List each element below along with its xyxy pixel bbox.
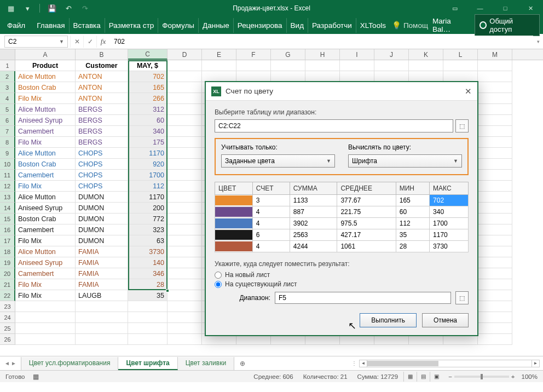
cell[interactable]: [271, 60, 305, 71]
cell[interactable]: [15, 323, 76, 334]
cell[interactable]: [374, 71, 409, 82]
zoom-in-icon[interactable]: +: [511, 373, 515, 380]
cell[interactable]: [478, 82, 512, 93]
row-header[interactable]: 26: [0, 334, 15, 345]
view-page-break-icon[interactable]: ▣: [430, 372, 443, 382]
cell[interactable]: Filo Mix: [15, 181, 76, 192]
cell[interactable]: [478, 159, 512, 170]
cell[interactable]: [236, 71, 271, 82]
cell[interactable]: Boston Crab: [15, 159, 76, 170]
view-normal-icon[interactable]: ▦: [403, 372, 417, 382]
row-header[interactable]: 13: [0, 192, 15, 203]
expand-formula-bar-icon[interactable]: ▾: [533, 39, 543, 44]
cell[interactable]: 702: [128, 71, 167, 82]
cell[interactable]: Alice Mutton: [15, 71, 76, 82]
cell[interactable]: [478, 126, 512, 137]
table-cell[interactable]: 4: [252, 206, 290, 218]
cell[interactable]: 346: [128, 268, 167, 279]
cell[interactable]: [167, 170, 202, 181]
cell[interactable]: [478, 301, 512, 312]
cell[interactable]: 35: [128, 290, 167, 301]
row-header[interactable]: 22: [0, 290, 15, 301]
col-header-G[interactable]: G: [271, 49, 305, 60]
cell[interactable]: [236, 60, 271, 71]
row-header[interactable]: 7: [0, 126, 15, 137]
cell[interactable]: [15, 312, 76, 323]
row-header[interactable]: 8: [0, 137, 15, 148]
selection-handle[interactable]: [166, 289, 169, 292]
color-results-table[interactable]: ЦВЕТСЧЕТСУММАСРЕДНЕЕМИНМАКС 31133377.671…: [215, 182, 469, 252]
cell[interactable]: Product: [15, 60, 76, 71]
cell[interactable]: 323: [128, 224, 167, 235]
cell[interactable]: Alice Mutton: [15, 192, 76, 203]
cell[interactable]: Filo Mix: [15, 93, 76, 104]
col-header-L[interactable]: L: [443, 49, 478, 60]
radio-existing-sheet[interactable]: На существующий лист: [215, 280, 469, 288]
cell[interactable]: Aniseed Syrup: [15, 257, 76, 268]
table-cell[interactable]: 340: [430, 206, 469, 218]
cell[interactable]: [167, 235, 202, 246]
tab-file[interactable]: Файл: [3, 18, 33, 33]
col-header-K[interactable]: K: [409, 49, 443, 60]
cell[interactable]: FAMIA: [76, 279, 128, 290]
cell[interactable]: [478, 257, 512, 268]
cell[interactable]: [478, 137, 512, 148]
cell[interactable]: [76, 334, 128, 345]
cell[interactable]: 200: [128, 203, 167, 214]
cell[interactable]: [167, 214, 202, 224]
table-header[interactable]: МАКС: [430, 182, 469, 195]
cell[interactable]: FAMIA: [76, 268, 128, 279]
cell[interactable]: [478, 312, 512, 323]
cell[interactable]: [478, 203, 512, 214]
cell[interactable]: CHOPS: [76, 159, 128, 170]
table-cell[interactable]: 221.75: [337, 206, 396, 218]
cell[interactable]: [167, 137, 202, 148]
cell[interactable]: [15, 301, 76, 312]
cell[interactable]: [478, 224, 512, 235]
table-cell[interactable]: 112: [396, 218, 429, 229]
row-header[interactable]: 24: [0, 312, 15, 323]
cell[interactable]: 920: [128, 159, 167, 170]
tab-xltools[interactable]: XLTools: [356, 18, 390, 33]
col-header-D[interactable]: D: [167, 49, 202, 60]
share-button[interactable]: Общий доступ: [475, 14, 540, 36]
cell[interactable]: [76, 323, 128, 334]
table-cell[interactable]: 975.5: [337, 218, 396, 229]
col-header-H[interactable]: H: [305, 49, 340, 60]
table-header[interactable]: ЦВЕТ: [215, 182, 253, 195]
row-header[interactable]: 14: [0, 203, 15, 214]
table-cell[interactable]: 3902: [290, 218, 337, 229]
consider-combo[interactable]: Заданные цвета▼: [221, 154, 335, 168]
cell[interactable]: [478, 60, 512, 71]
cell[interactable]: [167, 290, 202, 301]
table-cell[interactable]: 1700: [430, 218, 469, 229]
cell[interactable]: 1170: [128, 148, 167, 159]
cell[interactable]: CHOPS: [76, 170, 128, 181]
cell[interactable]: [167, 224, 202, 235]
cell[interactable]: DUMON: [76, 203, 128, 214]
cell[interactable]: [76, 312, 128, 323]
customize-qat-icon[interactable]: ▾: [21, 2, 34, 15]
table-cell[interactable]: 165: [396, 195, 429, 206]
cell[interactable]: Camembert: [15, 268, 76, 279]
cell[interactable]: ANTON: [76, 93, 128, 104]
cell[interactable]: ANTON: [76, 82, 128, 93]
cell[interactable]: Aniseed Syrup: [15, 203, 76, 214]
cell[interactable]: [478, 170, 512, 181]
radio-new-sheet[interactable]: На новый лист: [215, 271, 469, 279]
cell[interactable]: [167, 126, 202, 137]
sheet-tab[interactable]: Цвет шрифта: [118, 357, 177, 370]
cell[interactable]: [478, 290, 512, 301]
table-cell[interactable]: 887: [290, 206, 337, 218]
cell[interactable]: 140: [128, 257, 167, 268]
table-row[interactable]: 62563427.17351170: [215, 229, 469, 241]
row-header[interactable]: 15: [0, 214, 15, 224]
table-cell[interactable]: 4244: [290, 241, 337, 252]
row-header[interactable]: 11: [0, 170, 15, 181]
cell[interactable]: [478, 268, 512, 279]
tab-formulas[interactable]: Формулы: [158, 18, 199, 33]
tab-data[interactable]: Данные: [199, 18, 234, 33]
cell[interactable]: Customer: [76, 60, 128, 71]
table-header[interactable]: СЧЕТ: [252, 182, 290, 195]
row-header[interactable]: 25: [0, 323, 15, 334]
